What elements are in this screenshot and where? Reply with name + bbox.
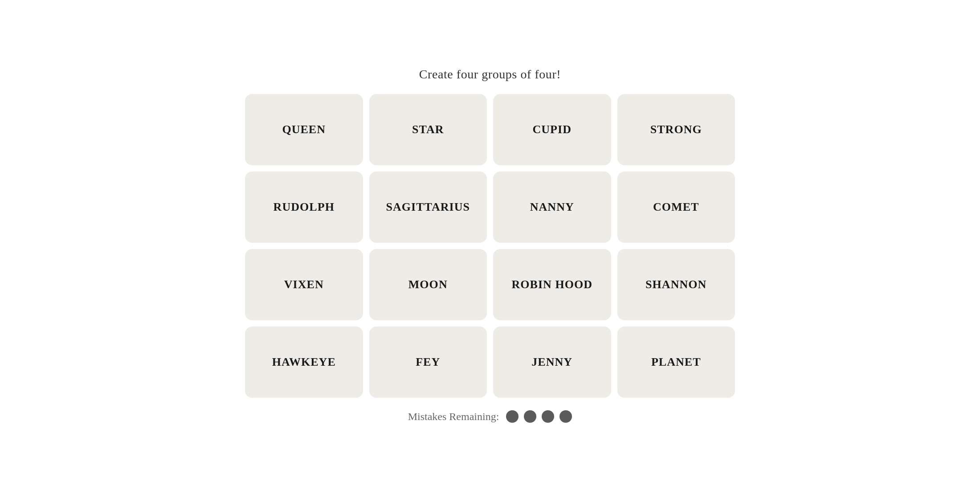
- mistakes-label: Mistakes Remaining:: [408, 411, 499, 423]
- tile-vixen[interactable]: VIXEN: [245, 249, 363, 320]
- tile-shannon[interactable]: SHANNON: [617, 249, 735, 320]
- tile-label-rudolph: RUDOLPH: [274, 200, 335, 214]
- tile-nanny[interactable]: NANNY: [493, 172, 611, 243]
- tile-queen[interactable]: QUEEN: [245, 94, 363, 165]
- tile-label-hawkeye: HAWKEYE: [272, 355, 336, 369]
- tile-star[interactable]: STAR: [369, 94, 487, 165]
- game-container: Create four groups of four! QUEENSTARCUP…: [245, 67, 735, 423]
- tile-moon[interactable]: MOON: [369, 249, 487, 320]
- tile-fey[interactable]: FEY: [369, 327, 487, 398]
- mistakes-row: Mistakes Remaining:: [408, 410, 572, 423]
- tile-label-planet: PLANET: [651, 355, 701, 369]
- tile-label-nanny: NANNY: [530, 200, 574, 214]
- tile-label-sagittarius: SAGITTARIUS: [386, 200, 470, 214]
- tile-cupid[interactable]: CUPID: [493, 94, 611, 165]
- tile-jenny[interactable]: JENNY: [493, 327, 611, 398]
- tile-grid: QUEENSTARCUPIDSTRONGRUDOLPHSAGITTARIUSNA…: [245, 94, 735, 398]
- tile-label-shannon: SHANNON: [645, 278, 706, 291]
- mistakes-dots: [506, 410, 572, 423]
- tile-strong[interactable]: STRONG: [617, 94, 735, 165]
- tile-label-vixen: VIXEN: [284, 278, 324, 291]
- tile-label-cupid: CUPID: [532, 123, 572, 136]
- tile-label-moon: MOON: [408, 278, 448, 291]
- tile-label-fey: FEY: [416, 355, 440, 369]
- mistake-dot-2: [524, 410, 536, 423]
- mistake-dot-4: [559, 410, 572, 423]
- tile-label-jenny: JENNY: [531, 355, 572, 369]
- mistake-dot-1: [506, 410, 519, 423]
- tile-label-queen: QUEEN: [282, 123, 326, 136]
- mistake-dot-3: [542, 410, 554, 423]
- tile-planet[interactable]: PLANET: [617, 327, 735, 398]
- tile-sagittarius[interactable]: SAGITTARIUS: [369, 172, 487, 243]
- tile-hawkeye[interactable]: HAWKEYE: [245, 327, 363, 398]
- tile-comet[interactable]: COMET: [617, 172, 735, 243]
- instruction-text: Create four groups of four!: [419, 67, 561, 82]
- tile-robin-hood[interactable]: ROBIN HOOD: [493, 249, 611, 320]
- tile-label-strong: STRONG: [650, 123, 702, 136]
- tile-label-star: STAR: [412, 123, 444, 136]
- tile-label-robin-hood: ROBIN HOOD: [511, 278, 592, 291]
- tile-label-comet: COMET: [653, 200, 699, 214]
- tile-rudolph[interactable]: RUDOLPH: [245, 172, 363, 243]
